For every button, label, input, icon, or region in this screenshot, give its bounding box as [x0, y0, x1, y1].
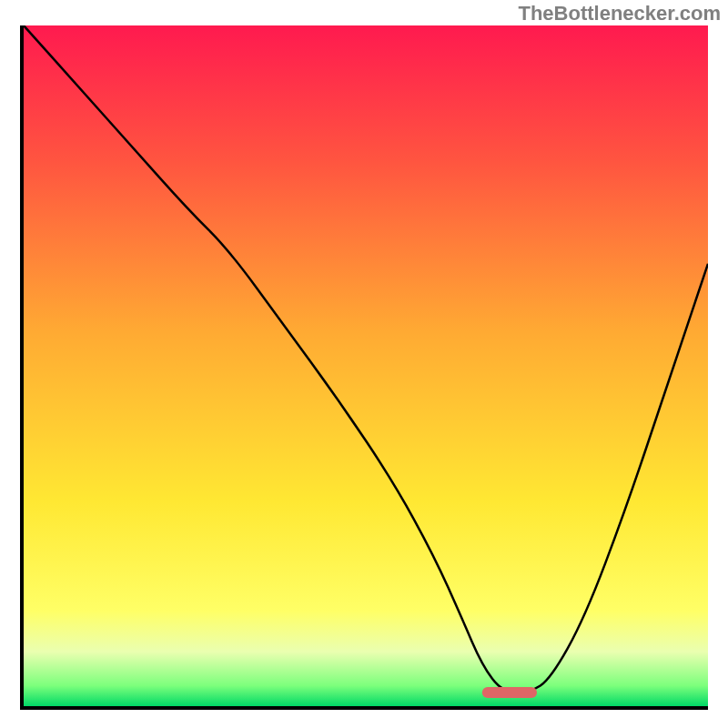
- gradient-background: [24, 25, 708, 706]
- plot-area: [20, 25, 708, 710]
- watermark-text: TheBottlenecker.com: [518, 2, 721, 25]
- chart-svg: [24, 25, 708, 706]
- highlight-marker: [482, 687, 537, 698]
